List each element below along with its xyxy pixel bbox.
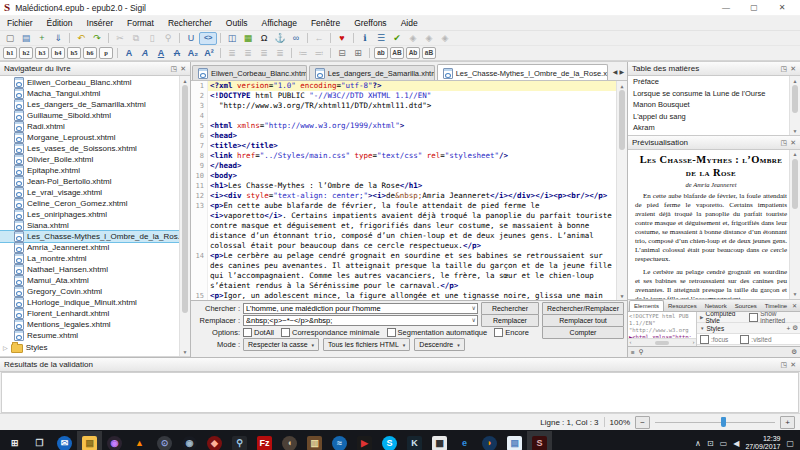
gimp-icon[interactable]: ◖ [277, 431, 302, 450]
paragraph-button[interactable]: p [99, 47, 113, 59]
editor-tab[interactable]: Les_Chasse-Mythes_l_Ombre_de_la_Rose.xht… [437, 64, 608, 80]
book-file-item[interactable]: Resume.xhtml [0, 330, 190, 341]
scroll-down-icon[interactable]: ▼ [793, 290, 798, 299]
underline-icon[interactable]: A [153, 47, 169, 60]
toc-scrollbar[interactable]: ▲ ▼ [789, 76, 800, 135]
checkbox[interactable] [243, 328, 252, 337]
file-list-scrollbar[interactable]: ▲ ▼ [179, 76, 190, 356]
toc-editor-icon[interactable]: ☰ [373, 32, 389, 45]
italic-icon[interactable]: A [137, 47, 153, 60]
inspector-close-icon[interactable]: ✕ [792, 302, 800, 309]
book-view-icon[interactable]: U [183, 32, 199, 45]
scrollbar-thumb[interactable] [182, 85, 188, 313]
add-file-icon[interactable]: + [34, 32, 50, 45]
copy-icon[interactable]: ⧉ [128, 32, 144, 45]
menu-item[interactable]: Outils [219, 18, 255, 28]
toolbar-icon[interactable] [220, 33, 221, 43]
battery-icon[interactable]: ▭ [720, 439, 728, 448]
align-justify-icon[interactable]: ≣ [272, 47, 288, 60]
book-file-item[interactable]: La_montre.xhtml [0, 253, 190, 264]
edge-icon[interactable]: e [452, 431, 477, 450]
zoom-in-button[interactable]: + [780, 416, 795, 429]
heading-6-button[interactable]: h6 [83, 47, 97, 59]
book-file-item[interactable]: Olivier_Boile.xhtml [0, 154, 190, 165]
mode-dropdown[interactable]: Tous les fichiers HTML ▾ [323, 338, 410, 351]
panel-float-icon[interactable]: ◳ [781, 361, 788, 369]
book-file-item[interactable]: Les_vases_de_Soissons.xhtml [0, 143, 190, 154]
combo-dropdown-icon[interactable]: ∨ [472, 316, 476, 323]
toc-entry[interactable]: Préface [628, 76, 800, 88]
find-icon[interactable]: ⚲ [160, 32, 176, 45]
lowercase-icon[interactable]: ab [374, 47, 388, 59]
scroll-up-icon[interactable]: ▲ [793, 150, 798, 159]
console-icon[interactable]: ≡ [631, 349, 635, 356]
paste-icon[interactable]: ▯ [144, 32, 160, 45]
find-input[interactable] [243, 303, 478, 314]
scrollbar-thumb[interactable] [619, 90, 625, 150]
kindle-icon[interactable]: K [402, 431, 427, 450]
scroll-down-icon[interactable]: ▼ [620, 291, 623, 300]
panel-close-icon[interactable]: ✕ [790, 139, 796, 147]
inspector-tab[interactable]: Resources [664, 301, 701, 311]
heading-1-button[interactable]: h1 [3, 47, 17, 59]
book-file-item[interactable]: Florent_Lenhardt.xhtml [0, 308, 190, 319]
superscript-icon[interactable]: A² [201, 47, 217, 60]
scroll-down-icon[interactable]: ▼ [793, 126, 798, 135]
toolbar-icon[interactable] [307, 33, 308, 43]
speaker-icon[interactable]: ◀ [733, 439, 739, 448]
toc-entry[interactable]: Akram [628, 122, 800, 134]
toolbar-icon[interactable] [69, 33, 70, 43]
book-file-item[interactable]: Gregory_Covin.xhtml [0, 286, 190, 297]
new-file-icon[interactable]: ▢ [2, 32, 18, 45]
styles-folder-row[interactable]: ▷ Styles [0, 341, 190, 353]
book-file-item[interactable]: Morgane_Leproust.xhtml [0, 132, 190, 143]
book-file-item[interactable]: Macha_Tangui.xhtml [0, 88, 190, 99]
panel-float-icon[interactable]: ◳ [781, 139, 788, 147]
split-section-icon[interactable]: ◫ [224, 32, 240, 45]
search-app-icon[interactable]: ⚲ [227, 431, 252, 450]
plugin-icon[interactable]: ◈ [437, 32, 453, 45]
calibre-icon[interactable]: ▥ [302, 431, 327, 450]
insert-image-icon[interactable]: ▦ [240, 32, 256, 45]
insert-id-icon[interactable]: ⚓ [272, 32, 288, 45]
book-file-item[interactable]: Nathael_Hansen.xhtml [0, 264, 190, 275]
checkbox[interactable] [387, 328, 396, 337]
scrollbar-thumb[interactable] [792, 85, 798, 113]
menu-item[interactable]: Insérer [80, 18, 120, 28]
thunderbird-icon[interactable]: ✉ [52, 431, 77, 450]
increase-indent-icon[interactable]: ⊞ [350, 47, 366, 60]
editor-tab[interactable]: Les_dangers_de_Samarilla.xhtml ✕ [309, 65, 435, 80]
zoom-slider[interactable] [655, 417, 775, 427]
plugin-icon[interactable]: ◈ [421, 32, 437, 45]
decrease-indent-icon[interactable]: ⊟ [334, 47, 350, 60]
task-view-icon[interactable]: ❐ [27, 431, 52, 450]
align-center-icon[interactable]: ≣ [240, 47, 256, 60]
strikethrough-icon[interactable]: A [169, 47, 185, 60]
save-icon[interactable]: ⇓ [50, 32, 66, 45]
book-file-item[interactable]: LHorloge_indique_Minuit.xhtml [0, 297, 190, 308]
zoom-slider-thumb[interactable] [721, 417, 726, 427]
inspector-tab[interactable]: Network [701, 301, 731, 311]
bold-icon[interactable]: A [121, 47, 137, 60]
book-file-item[interactable]: Eilwen_Corbeau_Blanc.xhtml [0, 77, 190, 88]
inspector-hscrollbar[interactable]: ‹ › [628, 338, 696, 346]
toc-entry[interactable]: L'appel du sang [628, 111, 800, 123]
scroll-up-icon[interactable]: ▲ [793, 76, 798, 85]
align-left-icon[interactable]: ≣ [224, 47, 240, 60]
inspector-tab[interactable]: Elements [629, 300, 664, 311]
zoom-out-button[interactable]: − [635, 416, 650, 429]
vlc-icon[interactable]: ▲ [127, 431, 152, 450]
metadata-editor-icon[interactable]: ℹ [357, 32, 373, 45]
styles-gear-icon[interactable]: ⚙ [792, 324, 798, 332]
align-right-icon[interactable]: ≣ [256, 47, 272, 60]
book-file-item[interactable]: Epitaphe.xhtml [0, 165, 190, 176]
minimize-icon[interactable]: — [712, 3, 740, 12]
code-editor[interactable]: 1 <?xml version="1.0" encoding="utf-8"?>… [191, 81, 627, 300]
book-file-item[interactable]: Les_dangers_de_Samarilla.xhtml [0, 99, 190, 110]
titlecase-icon[interactable]: Ab [406, 47, 420, 59]
open-file-icon[interactable]: ▤ [18, 32, 34, 45]
menu-item[interactable]: Aide [394, 18, 425, 28]
editor-tab[interactable]: Eilwen_Corbeau_Blanc.xhtml ✕ [192, 65, 307, 80]
discord-icon[interactable]: ⊙ [152, 431, 177, 450]
inspector-tab[interactable]: Sources [731, 301, 761, 311]
